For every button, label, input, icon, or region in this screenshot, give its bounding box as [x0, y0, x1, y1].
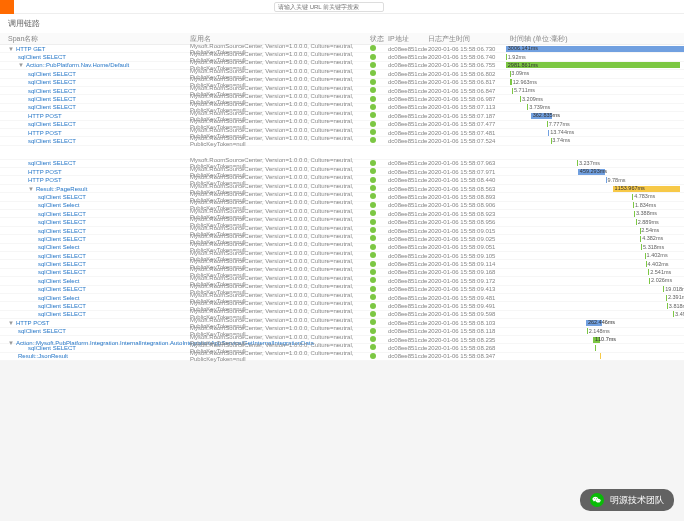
span-name[interactable]: sqlClient SELECT [38, 261, 86, 267]
duration-bar-wrap: 3.74ms [506, 137, 684, 144]
log-time: 2020-01-06 15:58:06.847 [428, 88, 506, 94]
span-name[interactable]: HTTP POST [28, 113, 62, 119]
status-dot-icon [370, 160, 376, 166]
duration-bar-wrap: 3.209ms [506, 96, 684, 103]
duration-bar-wrap: 2.541ms [506, 269, 684, 276]
search-input[interactable] [274, 2, 384, 12]
duration-bar-wrap: 2.391ms [506, 294, 684, 301]
duration-bar-wrap: 3006.141ms [506, 45, 684, 52]
log-time: 2020-01-06 15:58:09.051 [428, 244, 506, 250]
span-name[interactable]: sqlClient SELECT [38, 219, 86, 225]
duration-label: 1.92ms [508, 54, 526, 60]
log-time: 2020-01-06 15:58:06.755 [428, 62, 506, 68]
span-name[interactable]: sqlClient SELECT [28, 138, 76, 144]
span-name[interactable]: Action::PubPlatform.Nav.Home/Default [26, 62, 129, 68]
duration-bar [510, 79, 511, 85]
status-dot-icon [370, 277, 376, 283]
ip-address: dc08ee851cde [388, 303, 428, 309]
app-name: Mysoft.RoomSourceCenter, Version=1.0.0.0… [190, 135, 370, 147]
duration-label: 13.744ms [550, 129, 574, 135]
log-time: 2020-01-06 15:58:07.971 [428, 169, 506, 175]
logo[interactable] [0, 0, 14, 14]
ip-address: dc08ee851cde [388, 186, 428, 192]
span-name[interactable]: sqlClient Select [38, 202, 79, 208]
ip-address: dc08ee851cde [388, 194, 428, 200]
duration-label: 7.777ms [549, 121, 570, 127]
status-dot-icon [370, 269, 376, 275]
log-time: 2020-01-06 15:58:06.802 [428, 71, 506, 77]
span-name[interactable]: sqlClient SELECT [38, 194, 86, 200]
span-name[interactable]: sqlClient SELECT [28, 71, 76, 77]
app-name: Mysoft.RoomSourceCenter, Version=1.0.0.0… [190, 350, 370, 362]
expand-arrow-icon[interactable]: ▼ [8, 320, 14, 326]
span-name[interactable]: sqlClient SELECT [28, 121, 76, 127]
duration-bar [645, 253, 646, 259]
duration-bar-wrap: 2.026ms [506, 277, 684, 284]
span-name[interactable]: sqlClient SELECT [38, 311, 86, 317]
span-name[interactable]: Result::PageResult [36, 186, 87, 192]
duration-bar-wrap: 3.818ms [506, 303, 684, 310]
wechat-badge[interactable]: 明源技术团队 [580, 489, 674, 511]
span-name[interactable]: sqlClient SELECT [38, 303, 86, 309]
span-name[interactable]: sqlClient SELECT [28, 96, 76, 102]
trace-rows: ▼HTTP GETMysoft.RoomSourceCenter, Versio… [0, 45, 684, 361]
duration-bar-wrap: 3.09ms [506, 70, 684, 77]
duration-bar-wrap: 1.92ms [506, 54, 684, 61]
span-name[interactable]: sqlClient SELECT [28, 345, 76, 351]
span-name[interactable]: HTTP POST [28, 130, 62, 136]
status-dot-icon [370, 261, 376, 267]
duration-label: 3.209ms [522, 96, 543, 102]
section-title: 调用链路 [0, 14, 684, 33]
span-name[interactable]: HTTP GET [16, 46, 46, 52]
duration-bar [641, 244, 642, 250]
duration-label: 1.834ms [635, 202, 656, 208]
span-name[interactable]: Result::JsonResult [18, 353, 68, 359]
span-name[interactable]: HTTP POST [28, 177, 62, 183]
duration-label: 5.711ms [514, 87, 535, 93]
span-name[interactable]: HTTP POST [16, 320, 50, 326]
span-name[interactable]: sqlClient Select [38, 278, 79, 284]
log-time: 2020-01-06 15:58:08.347 [428, 353, 506, 359]
duration-bar-wrap: 5.318ms [506, 244, 684, 251]
duration-label: 2.889ms [638, 219, 659, 225]
ip-address: dc08ee851cde [388, 121, 428, 127]
ip-address: dc08ee851cde [388, 253, 428, 259]
span-name[interactable]: sqlClient SELECT [28, 104, 76, 110]
log-time: 2020-01-06 15:58:06.987 [428, 96, 506, 102]
duration-bar [667, 303, 668, 309]
status-dot-icon [370, 294, 376, 300]
duration-label: 3.237ms [579, 160, 600, 166]
span-name[interactable]: sqlClient Select [38, 295, 79, 301]
span-name[interactable]: sqlClient SELECT [28, 88, 76, 94]
expand-arrow-icon[interactable]: ▼ [8, 46, 14, 52]
duration-bar [600, 353, 601, 359]
duration-bar [636, 219, 637, 225]
span-name[interactable]: sqlClient SELECT [38, 211, 86, 217]
trace-row[interactable]: Result::JsonResultMysoft.RoomSourceCente… [0, 353, 684, 361]
expand-arrow-icon[interactable]: ▼ [18, 62, 24, 68]
expand-arrow-icon[interactable]: ▼ [28, 186, 34, 192]
span-name[interactable]: sqlClient SELECT [38, 228, 86, 234]
span-name[interactable]: sqlClient SELECT [18, 54, 66, 60]
trace-row[interactable]: sqlClient SELECTMysoft.RoomSourceCenter,… [0, 137, 684, 145]
span-name[interactable]: sqlClient SELECT [28, 79, 76, 85]
status-dot-icon [370, 177, 376, 183]
duration-label: 459.293ms [580, 168, 607, 174]
span-name[interactable]: sqlClient SELECT [38, 269, 86, 275]
duration-bar-wrap: 2.889ms [506, 219, 684, 226]
span-name[interactable]: sqlClient Select [38, 244, 79, 250]
section-title-label: 调用链路 [8, 19, 40, 28]
duration-label: 3.388ms [636, 210, 657, 216]
span-name[interactable]: HTTP POST [28, 169, 62, 175]
span-name[interactable]: sqlClient SELECT [28, 160, 76, 166]
span-name[interactable]: sqlClient SELECT [38, 253, 86, 259]
duration-bar-wrap: 7.777ms [506, 121, 684, 128]
duration-label: 2.541ms [650, 269, 671, 275]
span-name[interactable]: sqlClient SELECT [38, 236, 86, 242]
duration-bar [663, 286, 665, 292]
duration-bar-wrap: 1.402ms [506, 252, 684, 259]
span-name[interactable]: sqlClient SELECT [38, 286, 86, 292]
status-dot-icon [370, 121, 376, 127]
ip-address: dc08ee851cde [388, 345, 428, 351]
duration-bar [510, 71, 511, 77]
